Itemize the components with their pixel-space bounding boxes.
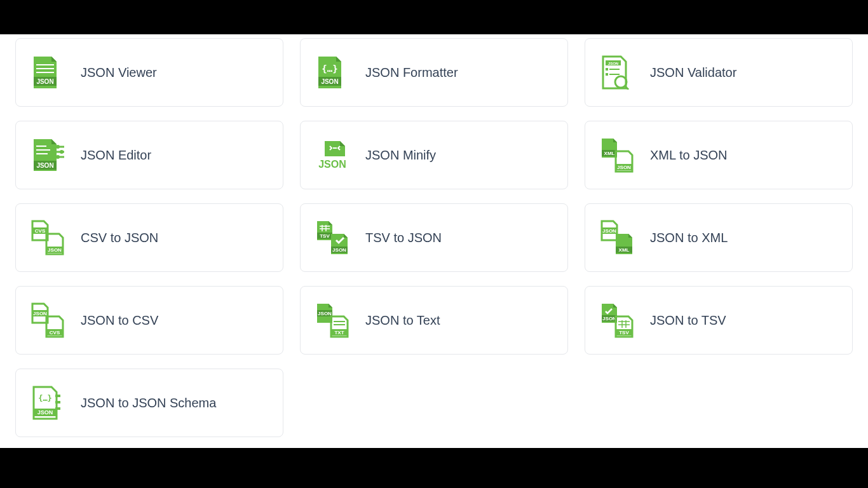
tool-label: JSON to JSON Schema <box>81 396 216 410</box>
svg-rect-12 <box>606 73 608 76</box>
svg-rect-1 <box>36 68 54 69</box>
bottom-bar <box>0 448 868 488</box>
tools-grid-container: JSON JSON Viewer {…} JSON JSON Formatter <box>0 34 868 437</box>
svg-rect-16 <box>36 146 46 147</box>
json-to-text-icon: JSON TXT <box>315 303 362 337</box>
tool-card-json-to-text[interactable]: JSON TXT JSON to Text <box>300 286 568 355</box>
svg-rect-2 <box>36 72 54 73</box>
tool-label: XML to JSON <box>650 148 728 163</box>
svg-text:JSON: JSON <box>318 159 346 170</box>
json-minify-icon: JSON <box>315 138 362 172</box>
svg-point-25 <box>60 150 64 154</box>
svg-text:JSON: JSON <box>617 165 631 170</box>
tools-grid: JSON JSON Viewer {…} JSON JSON Formatter <box>15 38 853 437</box>
tool-label: JSON Editor <box>81 148 151 163</box>
csv-to-json-icon: CVS JSON <box>30 220 77 255</box>
tool-card-json-validator[interactable]: JSON JSON Validator <box>585 38 853 107</box>
tool-label: JSON to CSV <box>81 313 158 328</box>
tool-card-json-to-csv[interactable]: JSON CVS JSON to CSV <box>15 286 283 355</box>
svg-text:{…}: {…} <box>322 64 337 74</box>
xml-to-json-icon: XML JSON <box>599 138 646 172</box>
svg-text:CVS: CVS <box>35 228 46 234</box>
top-bar <box>0 0 868 34</box>
tsv-to-json-icon: TSV JSON <box>315 220 362 255</box>
tool-label: CSV to JSON <box>81 231 158 245</box>
tool-label: JSON Formatter <box>365 65 458 80</box>
tool-card-json-to-tsv[interactable]: JSON TSV JSON to TSV <box>585 286 853 355</box>
tool-label: JSON Validator <box>650 65 736 80</box>
tool-card-json-viewer[interactable]: JSON JSON Viewer <box>15 38 283 107</box>
tool-label: JSON Viewer <box>81 65 157 80</box>
svg-text:JSON: JSON <box>318 311 332 316</box>
tool-card-json-editor[interactable]: JSON JSON Editor <box>15 121 283 189</box>
svg-rect-18 <box>36 153 48 154</box>
tool-label: TSV to JSON <box>365 231 442 245</box>
svg-text:XML: XML <box>604 151 615 156</box>
tool-label: JSON to XML <box>650 231 728 245</box>
json-schema-icon: {…} JSON <box>30 386 77 420</box>
tool-card-xml-to-json[interactable]: XML JSON XML to JSON <box>585 121 853 189</box>
tool-label: JSON Minify <box>365 148 436 163</box>
json-to-csv-icon: JSON CVS <box>30 303 77 337</box>
svg-rect-72 <box>55 407 60 410</box>
tool-card-csv-to-json[interactable]: CVS JSON CSV to JSON <box>15 203 283 272</box>
svg-text:{…}: {…} <box>38 394 52 403</box>
svg-text:JSON: JSON <box>36 162 53 169</box>
svg-text:CVS: CVS <box>50 330 60 336</box>
svg-text:XML: XML <box>619 247 630 253</box>
svg-point-26 <box>56 155 60 159</box>
svg-text:JSON: JSON <box>602 228 616 234</box>
svg-text:JSON: JSON <box>48 247 62 253</box>
json-editor-icon: JSON <box>30 138 77 172</box>
svg-rect-0 <box>36 64 54 65</box>
svg-text:JSON: JSON <box>37 409 53 416</box>
tool-label: JSON to Text <box>365 313 440 328</box>
svg-rect-10 <box>606 68 608 71</box>
svg-text:JSON: JSON <box>33 311 47 316</box>
json-to-tsv-icon: JSON TSV <box>599 303 646 337</box>
svg-text:TSV: TSV <box>619 330 629 336</box>
svg-rect-71 <box>55 401 60 403</box>
tool-card-json-to-json-schema[interactable]: {…} JSON JSON to JSON Schema <box>15 369 283 437</box>
json-formatter-icon: {…} JSON <box>315 55 362 90</box>
svg-rect-70 <box>55 395 60 397</box>
svg-rect-11 <box>609 69 620 70</box>
tool-card-json-minify[interactable]: JSON JSON Minify <box>300 121 568 189</box>
svg-text:JSON: JSON <box>36 78 53 85</box>
tool-card-tsv-to-json[interactable]: TSV JSON TSV to JSON <box>300 203 568 272</box>
json-validator-icon: JSON <box>599 55 646 90</box>
json-to-xml-icon: JSON XML <box>599 220 646 255</box>
svg-text:JSON: JSON <box>602 316 616 322</box>
svg-rect-13 <box>609 74 620 75</box>
svg-rect-17 <box>36 149 50 151</box>
json-viewer-icon: JSON <box>30 55 77 90</box>
svg-text:JSON: JSON <box>321 78 338 85</box>
svg-text:JSON: JSON <box>332 247 346 253</box>
tool-card-json-formatter[interactable]: {…} JSON JSON Formatter <box>300 38 568 107</box>
svg-point-24 <box>56 145 60 149</box>
tool-card-json-to-xml[interactable]: JSON XML JSON to XML <box>585 203 853 272</box>
svg-text:JSON: JSON <box>608 62 618 65</box>
svg-text:TXT: TXT <box>334 330 344 336</box>
svg-text:TSV: TSV <box>320 233 330 239</box>
tool-label: JSON to TSV <box>650 313 726 328</box>
